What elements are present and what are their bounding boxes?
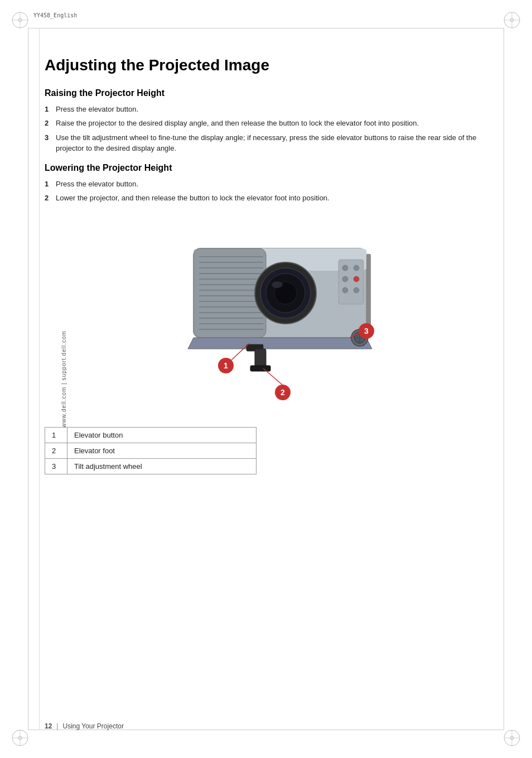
svg-text:1: 1 (224, 361, 228, 370)
table-cell-label: Elevator button (67, 427, 257, 443)
step-num: 1 (45, 104, 56, 115)
step-text: Raise the projector to the desired displ… (56, 118, 499, 129)
svg-point-40 (354, 265, 359, 271)
svg-line-55 (263, 368, 283, 385)
step-num: 3 (45, 132, 56, 154)
step-text: Press the elevator button. (56, 179, 499, 190)
table-row: 1 Elevator button (45, 427, 257, 443)
section-lowering: Lowering the Projector Height 1 Press th… (45, 163, 499, 204)
step-num: 1 (45, 179, 56, 190)
section1-heading: Raising the Projector Height (45, 88, 499, 98)
step-text: Press the elevator button. (56, 104, 499, 115)
svg-rect-45 (366, 254, 371, 332)
step-item: 2 Lower the projector, and then release … (45, 193, 499, 204)
step-item: 1 Press the elevator button. (45, 179, 499, 190)
svg-point-39 (342, 265, 348, 271)
table-cell-num: 1 (45, 427, 67, 443)
footer-page-num: 12 (45, 722, 52, 730)
svg-rect-49 (250, 366, 270, 371)
svg-point-41 (342, 276, 348, 282)
table-cell-num: 3 (45, 458, 67, 474)
footer-label: Using Your Projector (62, 722, 123, 730)
document-label: YY458_English (33, 12, 77, 18)
corner-mark-br (502, 728, 522, 748)
corner-mark-tl (10, 10, 30, 30)
step-text: Lower the projector, and then release th… (56, 193, 499, 204)
svg-point-42 (354, 276, 359, 282)
section2-steps: 1 Press the elevator button. 2 Lower the… (45, 179, 499, 204)
section1-steps: 1 Press the elevator button. 2 Raise the… (45, 104, 499, 154)
step-item: 1 Press the elevator button. (45, 104, 499, 115)
step-num: 2 (45, 193, 56, 204)
step-num: 2 (45, 118, 56, 129)
svg-text:2: 2 (280, 388, 285, 397)
parts-table: 1 Elevator button 2 Elevator foot 3 Tilt… (45, 427, 257, 474)
corner-mark-bl (10, 728, 30, 748)
step-item: 3 Use the tilt adjustment wheel to fine-… (45, 132, 499, 154)
binding-line (39, 28, 40, 730)
projector-illustration: 1 2 3 (127, 220, 417, 410)
table-row: 2 Elevator foot (45, 443, 257, 458)
step-item: 2 Raise the projector to the desired dis… (45, 118, 499, 129)
table-cell-label: Elevator foot (67, 443, 257, 458)
step-text: Use the tilt adjustment wheel to fine-tu… (56, 132, 499, 154)
svg-point-37 (272, 281, 283, 288)
footer-separator: | (56, 722, 58, 730)
corner-mark-tr (502, 10, 522, 30)
main-content: Adjusting the Projected Image Raising th… (45, 56, 499, 491)
svg-point-43 (342, 287, 348, 293)
projector-image-area: 1 2 3 (127, 220, 417, 410)
table-row: 3 Tilt adjustment wheel (45, 458, 257, 474)
svg-text:3: 3 (364, 327, 369, 335)
section-raising: Raising the Projector Height 1 Press the… (45, 88, 499, 154)
page-title: Adjusting the Projected Image (45, 56, 499, 75)
footer: 12 | Using Your Projector (45, 722, 499, 730)
table-cell-label: Tilt adjustment wheel (67, 458, 257, 474)
svg-rect-38 (338, 260, 364, 304)
svg-point-44 (354, 287, 359, 293)
section2-heading: Lowering the Projector Height (45, 163, 499, 173)
table-cell-num: 2 (45, 443, 67, 458)
